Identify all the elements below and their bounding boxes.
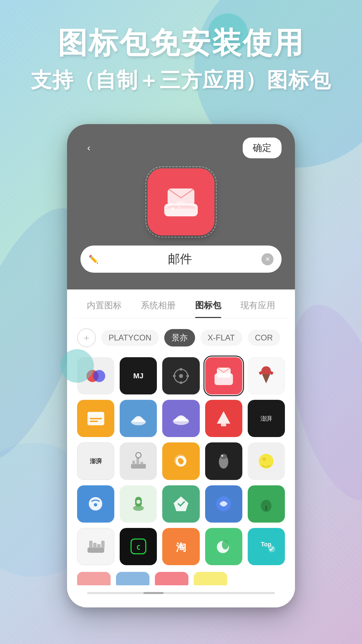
tab-gallery[interactable]: 系统相册 bbox=[141, 300, 176, 318]
list-item[interactable]: Top bbox=[248, 528, 285, 565]
svg-point-2 bbox=[171, 207, 174, 210]
list-item[interactable] bbox=[205, 442, 242, 480]
svg-rect-0 bbox=[164, 204, 198, 216]
svg-rect-45 bbox=[93, 543, 97, 548]
list-item[interactable] bbox=[162, 485, 199, 523]
confirm-button[interactable]: 确定 bbox=[243, 138, 282, 158]
phone-container: ‹ 确定 bbox=[67, 124, 295, 607]
svg-rect-18 bbox=[90, 421, 98, 422]
svg-point-38 bbox=[133, 505, 144, 511]
icon-preview-area bbox=[80, 168, 282, 235]
svg-rect-47 bbox=[101, 541, 105, 548]
list-item[interactable] bbox=[205, 357, 242, 394]
deco-circle bbox=[60, 349, 94, 383]
svg-point-5 bbox=[93, 370, 105, 382]
header-section: 图标包免安装使用 支持（自制＋三方应用）图标包 bbox=[0, 27, 362, 94]
svg-rect-42 bbox=[265, 506, 267, 511]
svg-point-20 bbox=[173, 418, 189, 425]
tab-bar: 内置图标 系统相册 图标包 现有应用 bbox=[74, 289, 288, 318]
svg-point-32 bbox=[222, 455, 223, 457]
back-button[interactable]: ‹ bbox=[80, 140, 97, 156]
svg-point-36 bbox=[94, 503, 97, 506]
list-item[interactable]: MJ bbox=[120, 357, 157, 394]
svg-rect-46 bbox=[97, 544, 101, 548]
phone-mockup: ‹ 确定 bbox=[67, 124, 295, 607]
pack-tag-platycon[interactable]: PLATYCON bbox=[101, 330, 159, 346]
pack-tag-xflat[interactable]: X-FLAT bbox=[200, 330, 242, 346]
list-item[interactable] bbox=[77, 528, 114, 565]
list-item[interactable] bbox=[120, 400, 157, 437]
svg-text:淘: 淘 bbox=[176, 542, 186, 553]
scroll-bar bbox=[87, 592, 275, 594]
add-pack-button[interactable]: ＋ bbox=[77, 328, 96, 347]
icon-preview-box bbox=[147, 168, 215, 235]
phone-nav: ‹ 确定 bbox=[80, 138, 282, 158]
list-item[interactable]: 澎湃 bbox=[77, 442, 114, 480]
svg-rect-24 bbox=[132, 461, 135, 465]
list-item[interactable] bbox=[248, 357, 285, 394]
svg-point-11 bbox=[186, 375, 189, 377]
svg-rect-22 bbox=[221, 424, 226, 426]
svg-marker-21 bbox=[217, 411, 230, 424]
svg-rect-43 bbox=[87, 547, 104, 553]
list-item[interactable] bbox=[248, 485, 285, 523]
svg-point-7 bbox=[179, 374, 183, 378]
pack-tag-jingyi[interactable]: 景亦 bbox=[164, 329, 195, 346]
svg-point-10 bbox=[173, 375, 176, 377]
list-item[interactable] bbox=[77, 400, 114, 437]
tab-current[interactable]: 现有应用 bbox=[240, 300, 275, 318]
svg-point-9 bbox=[180, 381, 182, 384]
tab-builtin[interactable]: 内置图标 bbox=[87, 300, 122, 318]
svg-rect-26 bbox=[140, 462, 143, 465]
tab-iconpack[interactable]: 图标包 bbox=[195, 300, 221, 318]
title-main: 图标包免安装使用 bbox=[0, 27, 362, 59]
svg-rect-23 bbox=[131, 464, 146, 469]
icon-pack-tabs: ＋ PLATYCON 景亦 X-FLAT COR bbox=[74, 325, 288, 354]
svg-point-39 bbox=[136, 500, 140, 504]
list-item[interactable] bbox=[205, 528, 242, 565]
name-input-row[interactable]: ✏️ 邮件 ✕ bbox=[80, 246, 282, 273]
svg-rect-16 bbox=[87, 412, 104, 415]
pack-tag-cor[interactable]: COR bbox=[248, 330, 280, 346]
list-item[interactable] bbox=[162, 357, 199, 394]
svg-point-8 bbox=[180, 368, 182, 371]
title-sub: 支持（自制＋三方应用）图标包 bbox=[0, 66, 362, 94]
phone-top-section: ‹ 确定 bbox=[67, 124, 295, 289]
list-item[interactable] bbox=[162, 442, 199, 480]
svg-point-52 bbox=[222, 540, 229, 549]
list-item[interactable]: 澎湃 bbox=[248, 400, 285, 437]
svg-point-14 bbox=[261, 366, 271, 376]
list-item[interactable]: C bbox=[120, 528, 157, 565]
list-item[interactable] bbox=[120, 442, 157, 480]
list-item[interactable] bbox=[162, 400, 199, 437]
icon-name-text: 邮件 bbox=[104, 251, 256, 267]
list-item[interactable] bbox=[248, 442, 285, 480]
svg-rect-1 bbox=[168, 189, 194, 205]
list-item[interactable]: 淘 bbox=[162, 528, 199, 565]
edit-icon: ✏️ bbox=[88, 255, 99, 264]
list-item[interactable] bbox=[205, 400, 242, 437]
svg-rect-44 bbox=[89, 541, 93, 548]
svg-rect-17 bbox=[90, 418, 102, 419]
mail-icon bbox=[161, 185, 201, 219]
list-item[interactable] bbox=[205, 485, 242, 523]
scroll-indicator bbox=[143, 592, 164, 594]
icon-grid: MJ bbox=[74, 354, 288, 569]
svg-point-34 bbox=[262, 458, 266, 461]
clear-button[interactable]: ✕ bbox=[261, 253, 274, 265]
svg-point-27 bbox=[136, 452, 141, 458]
svg-point-31 bbox=[220, 454, 227, 459]
list-item[interactable] bbox=[77, 485, 114, 523]
svg-rect-25 bbox=[136, 458, 139, 465]
svg-point-3 bbox=[178, 206, 180, 208]
svg-text:C: C bbox=[136, 544, 140, 552]
list-item[interactable] bbox=[120, 485, 157, 523]
svg-point-19 bbox=[131, 419, 146, 425]
svg-point-33 bbox=[259, 454, 274, 469]
phone-bottom-section: 内置图标 系统相册 图标包 现有应用 ＋ PLATYCON 景亦 X-FLAT … bbox=[67, 289, 295, 607]
